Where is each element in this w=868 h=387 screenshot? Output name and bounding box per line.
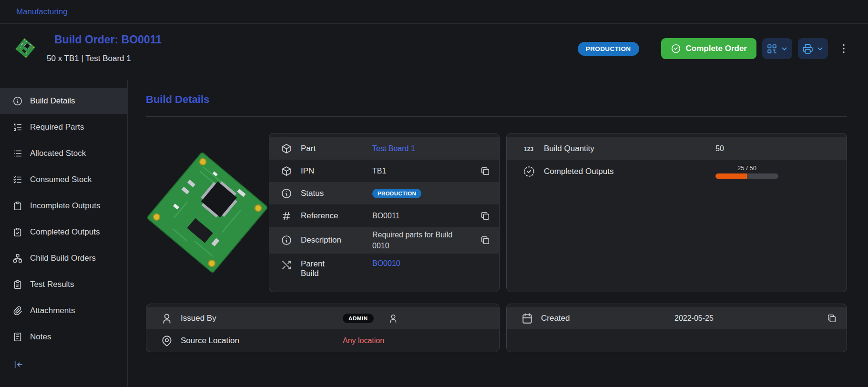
- sidebar-item-label: Attachments: [30, 306, 75, 316]
- build-details-card: Part Test Board 1 IPN TB1 Status PRODUCT…: [269, 133, 500, 292]
- row-label: IPN: [301, 166, 372, 176]
- complete-order-label: Complete Order: [686, 44, 747, 53]
- table-row-part: Part Test Board 1: [269, 137, 499, 160]
- list-check-icon: [12, 174, 23, 185]
- part-link[interactable]: Test Board 1: [372, 144, 415, 153]
- complete-order-button[interactable]: Complete Order: [661, 38, 756, 59]
- progress-fill: [715, 173, 747, 179]
- sidebar-item-test-results[interactable]: Test Results: [0, 271, 127, 297]
- test-report-icon: [12, 279, 23, 290]
- sidebar-item-incomplete-outputs[interactable]: Incomplete Outputs: [0, 193, 127, 219]
- sidebar-item-required-parts[interactable]: Required Parts: [0, 114, 127, 140]
- user-icon: [388, 313, 398, 324]
- row-label: Reference: [301, 211, 372, 221]
- sidebar-footer: [0, 353, 127, 370]
- sidebar-item-notes[interactable]: Notes: [0, 324, 127, 350]
- issued-by-badge: ADMIN: [343, 314, 374, 323]
- body: Build Details Required Parts Allocated S…: [0, 80, 868, 387]
- part-image[interactable]: [146, 133, 269, 292]
- circle-check-icon: [671, 43, 681, 54]
- sidebar-item-child-build-orders[interactable]: Child Build Orders: [0, 245, 127, 271]
- sidebar-item-label: Build Details: [30, 96, 75, 106]
- list-icon: [12, 148, 23, 159]
- copy-icon[interactable]: [480, 235, 490, 245]
- sidebar-item-label: Child Build Orders: [30, 254, 96, 263]
- table-row-status: Status PRODUCTION: [269, 182, 499, 204]
- print-actions-button[interactable]: [798, 38, 828, 59]
- clipboard-icon: [12, 201, 23, 211]
- sidebar-item-consumed-stock[interactable]: Consumed Stock: [0, 166, 127, 193]
- copy-icon[interactable]: [827, 313, 837, 324]
- heading-divider: [146, 116, 847, 117]
- sidebar-item-attachments[interactable]: Attachments: [0, 297, 127, 324]
- created-card: Created 2022-05-25: [506, 304, 847, 352]
- arrows-cross-icon: [281, 259, 292, 271]
- info-circle-icon: [12, 96, 23, 106]
- row-label: Issued By: [181, 314, 343, 323]
- sidebar-item-label: Incomplete Outputs: [30, 201, 100, 211]
- list-numbers-icon: [12, 122, 23, 132]
- sidebar-item-label: Test Results: [30, 280, 74, 289]
- table-row-completed-outputs: Completed Outputs 25 / 50: [507, 160, 847, 183]
- collapse-sidebar-icon[interactable]: [13, 359, 24, 370]
- row-value: Required parts for Build 0010: [372, 229, 468, 251]
- copy-icon[interactable]: [480, 211, 490, 221]
- sidebar-item-completed-outputs[interactable]: Completed Outputs: [0, 219, 127, 245]
- row-label: Source Location: [181, 336, 343, 346]
- table-row-parent-build: Parent Build BO0010: [269, 254, 499, 285]
- sidebar-item-label: Required Parts: [30, 122, 84, 132]
- page-title: Build Order: BO0011: [54, 33, 162, 46]
- calendar-icon: [521, 312, 533, 325]
- row-value: BO0011: [372, 212, 400, 220]
- chevron-down-icon: [780, 45, 788, 53]
- info-circle-icon: [281, 234, 292, 246]
- source-location-value: Any location: [343, 336, 384, 345]
- sidebar-item-allocated-stock[interactable]: Allocated Stock: [0, 140, 127, 166]
- printer-icon: [802, 43, 814, 55]
- row-value: TB1: [372, 167, 386, 175]
- parent-build-link[interactable]: BO0010: [372, 259, 400, 268]
- clipboard-check-icon: [12, 227, 23, 237]
- chevron-down-icon: [816, 45, 824, 53]
- table-row-source-location: Source Location Any location: [146, 329, 499, 352]
- table-row-description: Description Required parts for Build 001…: [269, 227, 499, 254]
- breadcrumb-link-manufacturing[interactable]: Manufacturing: [16, 7, 68, 17]
- row-label: Build Quantity: [544, 144, 715, 153]
- row-label: Description: [301, 235, 372, 245]
- meta-row: Issued By ADMIN Source Location Any loca…: [146, 304, 847, 352]
- table-row-ipn: IPN TB1: [269, 160, 499, 182]
- row-label: Parent Build: [301, 259, 334, 278]
- row-label: Status: [301, 189, 372, 198]
- sidebar-item-label: Completed Outputs: [30, 227, 100, 237]
- map-pin-icon: [161, 335, 173, 347]
- hash-icon: [281, 210, 292, 222]
- status-badge: PRODUCTION: [372, 189, 421, 198]
- status-badge: PRODUCTION: [578, 42, 639, 56]
- build-quantity-card: 123 Build Quantity 50 Completed Outputs …: [506, 133, 847, 292]
- sidebar-item-label: Consumed Stock: [30, 175, 92, 184]
- sidebar: Build Details Required Parts Allocated S…: [0, 80, 128, 387]
- notes-icon: [12, 332, 23, 342]
- user-icon: [161, 312, 173, 325]
- box-icon: [281, 143, 292, 154]
- sidebar-item-build-details[interactable]: Build Details: [0, 88, 127, 114]
- table-row-created: Created 2022-05-25: [507, 307, 847, 329]
- part-thumbnail-image: [12, 35, 38, 61]
- qrcode-icon: [766, 43, 778, 55]
- barcode-actions-button[interactable]: [762, 38, 792, 59]
- sidebar-item-label: Allocated Stock: [30, 149, 86, 158]
- box-icon: [281, 165, 292, 177]
- paperclip-icon: [12, 306, 23, 316]
- header-actions: PRODUCTION Complete Order: [578, 38, 850, 59]
- info-circle-icon: [281, 188, 292, 199]
- copy-icon[interactable]: [480, 166, 490, 176]
- table-row-build-quantity: 123 Build Quantity 50: [507, 137, 847, 160]
- completed-outputs-progress: 25 / 50: [715, 164, 778, 179]
- main-content: Build Details Part Test Board 1 IPN TB1: [128, 80, 868, 387]
- row-label: Part: [301, 144, 372, 153]
- sidebar-item-label: Notes: [30, 332, 51, 342]
- row-value: 50: [715, 144, 724, 153]
- progress-check-icon: [523, 165, 535, 178]
- overflow-menu-icon[interactable]: [837, 42, 850, 55]
- breadcrumb: Manufacturing: [0, 0, 868, 24]
